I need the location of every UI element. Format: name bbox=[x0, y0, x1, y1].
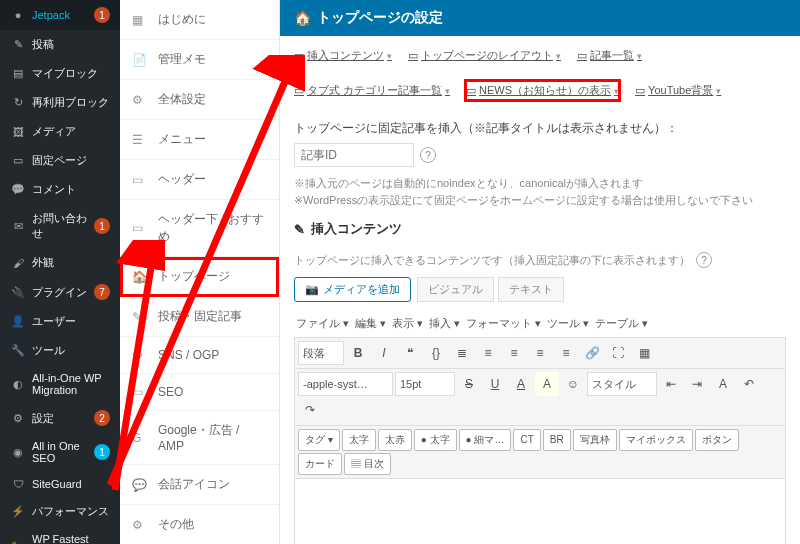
ol-button[interactable]: ≡ bbox=[476, 341, 500, 365]
toolbar-pill[interactable]: ボタン bbox=[695, 429, 739, 451]
link-button[interactable]: 🔗 bbox=[580, 341, 604, 365]
align-center-button[interactable]: ≡ bbox=[528, 341, 552, 365]
sidebar-item[interactable]: ◉All in One SEO1 bbox=[0, 433, 120, 471]
settings-item[interactable]: ▭SEO bbox=[120, 374, 279, 411]
menu-label: All-in-One WP Migration bbox=[32, 372, 110, 396]
sidebar-item[interactable]: ▭固定ページ bbox=[0, 146, 120, 175]
add-media-button[interactable]: 📷 メディアを追加 bbox=[294, 277, 411, 302]
fullscreen-button[interactable]: ⛶ bbox=[606, 341, 630, 365]
menu-label: プラグイン bbox=[32, 285, 87, 300]
sidebar-item[interactable]: 🔌プラグイン7 bbox=[0, 277, 120, 307]
italic-button[interactable]: I bbox=[372, 341, 396, 365]
sidebar-item[interactable]: ✉お問い合わせ1 bbox=[0, 204, 120, 248]
underline-button[interactable]: U bbox=[483, 372, 507, 396]
note-2: ※WordPressの表示設定にて固定ページをホームページに設定する場合は使用し… bbox=[294, 192, 786, 209]
menu-label: ユーザー bbox=[32, 314, 76, 329]
toolbar-pill[interactable]: タグ ▾ bbox=[298, 429, 340, 451]
sidebar-item[interactable]: 🖌外観 bbox=[0, 248, 120, 277]
editor-menu-item[interactable]: 挿入 ▾ bbox=[427, 314, 462, 333]
menu-label: 設定 bbox=[32, 411, 54, 426]
sidebar-item[interactable]: 👤ユーザー bbox=[0, 307, 120, 336]
menu-label: ツール bbox=[32, 343, 65, 358]
settings-item[interactable]: 📄管理メモ bbox=[120, 40, 279, 80]
bold-button[interactable]: B bbox=[346, 341, 370, 365]
sidebar-item[interactable]: ◐All-in-One WP Migration bbox=[0, 365, 120, 403]
settings-label: Google・広告 / AMP bbox=[158, 422, 267, 453]
sidebar-item[interactable]: ↻再利用ブロック bbox=[0, 88, 120, 117]
editor-menu-item[interactable]: フォーマット ▾ bbox=[464, 314, 543, 333]
sidebar-item[interactable]: ⚙設定2 bbox=[0, 403, 120, 433]
page-title: トップページの設定 bbox=[317, 9, 443, 27]
editor-menu-item[interactable]: ツール ▾ bbox=[545, 314, 591, 333]
settings-item[interactable]: ▦はじめに bbox=[120, 0, 279, 40]
editor-menu-item[interactable]: ファイル ▾ bbox=[294, 314, 351, 333]
undo-button[interactable]: ↶ bbox=[737, 372, 761, 396]
toolbar-pill[interactable]: マイボックス bbox=[619, 429, 693, 451]
sidebar-item[interactable]: 🐆WP Fastest Cache bbox=[0, 526, 120, 544]
tab[interactable]: ▭タブ式 カテゴリー記事一覧▾ bbox=[292, 79, 452, 102]
align-left-button[interactable]: ≡ bbox=[502, 341, 526, 365]
toolbar-pill[interactable]: カード bbox=[298, 453, 342, 475]
redo-button[interactable]: ↷ bbox=[298, 398, 322, 422]
tab[interactable]: ▭トップページのレイアウト▾ bbox=[406, 44, 563, 67]
settings-item[interactable]: ⚙全体設定 bbox=[120, 80, 279, 120]
sidebar-item[interactable]: 💬コメント bbox=[0, 175, 120, 204]
settings-item[interactable]: ✎投稿・固定記事 bbox=[120, 297, 279, 337]
toolbar-pill[interactable]: ▤ 目次 bbox=[344, 453, 391, 475]
toolbar-toggle-button[interactable]: ▦ bbox=[632, 341, 656, 365]
font-a-button[interactable]: A bbox=[711, 372, 735, 396]
fixed-article-input[interactable] bbox=[294, 143, 414, 167]
code-button[interactable]: {} bbox=[424, 341, 448, 365]
paragraph-select[interactable]: 段落 bbox=[298, 341, 344, 365]
tab[interactable]: ▭挿入コンテンツ▾ bbox=[292, 44, 394, 67]
editor-tab-text[interactable]: テキスト bbox=[498, 277, 564, 302]
settings-item[interactable]: 💬会話アイコン bbox=[120, 465, 279, 505]
editor-menu-item[interactable]: 編集 ▾ bbox=[353, 314, 388, 333]
toolbar-pill[interactable]: ● 太字 bbox=[414, 429, 457, 451]
editor-textarea[interactable] bbox=[294, 479, 786, 545]
tab[interactable]: ▭YouTube背景▾ bbox=[633, 79, 723, 102]
settings-item[interactable]: 🏠トップページ bbox=[120, 257, 279, 297]
info-icon[interactable]: ? bbox=[696, 252, 712, 268]
ul-button[interactable]: ≣ bbox=[450, 341, 474, 365]
editor-tab-visual[interactable]: ビジュアル bbox=[417, 277, 494, 302]
toolbar-pill[interactable]: ● 細マ… bbox=[459, 429, 512, 451]
emoji-button[interactable]: ☺ bbox=[561, 372, 585, 396]
sidebar-item[interactable]: ▤マイブロック bbox=[0, 59, 120, 88]
editor-menu-item[interactable]: テーブル ▾ bbox=[593, 314, 650, 333]
settings-item[interactable]: ▭ヘッダー下 / おすすめ bbox=[120, 200, 279, 257]
toolbar-pill[interactable]: 太字 bbox=[342, 429, 376, 451]
tab-label: 記事一覧 bbox=[590, 48, 634, 63]
settings-item[interactable]: ⚙その他 bbox=[120, 505, 279, 544]
toolbar-pill[interactable]: BR bbox=[543, 429, 571, 451]
editor-menu-item[interactable]: 表示 ▾ bbox=[390, 314, 425, 333]
sidebar-item[interactable]: ●Jetpack1 bbox=[0, 0, 120, 30]
sidebar-item[interactable]: 🛡SiteGuard bbox=[0, 471, 120, 497]
settings-item[interactable]: ⟲SNS / OGP bbox=[120, 337, 279, 374]
toolbar-pill[interactable]: 写真枠 bbox=[573, 429, 617, 451]
tab[interactable]: ▭NEWS（お知らせ）の表示▾ bbox=[464, 79, 621, 102]
indent-in-button[interactable]: ⇥ bbox=[685, 372, 709, 396]
text-color-button[interactable]: A bbox=[509, 372, 533, 396]
toolbar-pill[interactable]: 太赤 bbox=[378, 429, 412, 451]
settings-item[interactable]: ☰メニュー bbox=[120, 120, 279, 160]
tab-label: 挿入コンテンツ bbox=[307, 48, 384, 63]
settings-item[interactable]: ▭ヘッダー bbox=[120, 160, 279, 200]
info-icon[interactable]: ? bbox=[420, 147, 436, 163]
sidebar-item[interactable]: ⚡パフォーマンス bbox=[0, 497, 120, 526]
tab-label: NEWS（お知らせ）の表示 bbox=[479, 83, 611, 98]
style-select[interactable]: スタイル bbox=[587, 372, 657, 396]
indent-out-button[interactable]: ⇤ bbox=[659, 372, 683, 396]
strike-button[interactable]: S bbox=[457, 372, 481, 396]
quote-button[interactable]: ❝ bbox=[398, 341, 422, 365]
sidebar-item[interactable]: ✎投稿 bbox=[0, 30, 120, 59]
tab[interactable]: ▭記事一覧▾ bbox=[575, 44, 644, 67]
settings-item[interactable]: GGoogle・広告 / AMP bbox=[120, 411, 279, 465]
sidebar-item[interactable]: 🔧ツール bbox=[0, 336, 120, 365]
sidebar-item[interactable]: 🖾メディア bbox=[0, 117, 120, 146]
toolbar-pill[interactable]: CT bbox=[513, 429, 540, 451]
size-select[interactable]: 15pt bbox=[395, 372, 455, 396]
bg-color-button[interactable]: A bbox=[535, 372, 559, 396]
align-right-button[interactable]: ≡ bbox=[554, 341, 578, 365]
font-select[interactable]: -apple-syst… bbox=[298, 372, 393, 396]
